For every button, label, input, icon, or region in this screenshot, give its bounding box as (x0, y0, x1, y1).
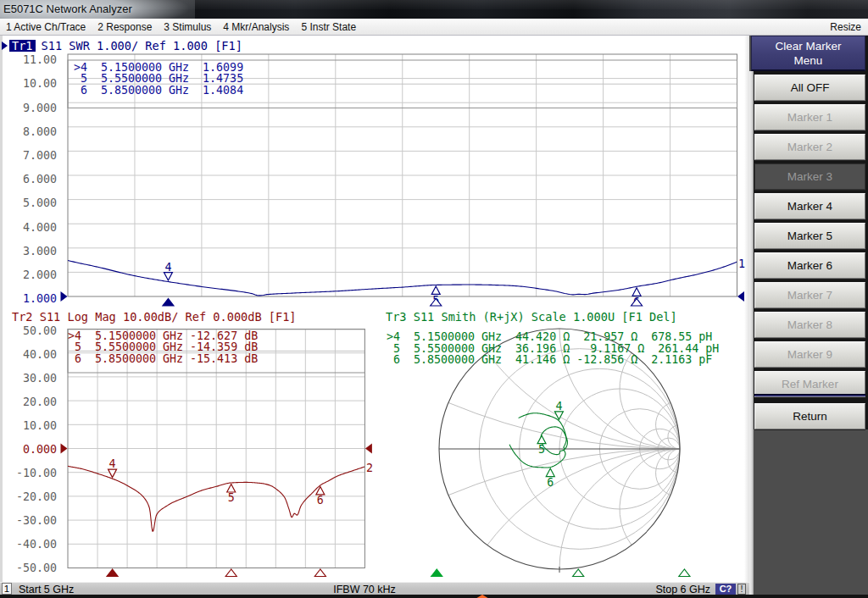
svg-text:20.00: 20.00 (23, 396, 57, 408)
marker-5-label: 5 (538, 443, 545, 456)
softkey-marker-6[interactable]: Marker 6 (754, 252, 865, 279)
softkey-separator (754, 394, 865, 396)
ifbw-label: IFBW 70 kHz (0, 584, 729, 595)
svg-text:2.000: 2.000 (23, 269, 57, 281)
softkey-marker-8[interactable]: Marker 8 (754, 312, 865, 338)
svg-text:1: 1 (738, 257, 745, 270)
trace3-marker-table: >4 5.1500000 GHz 44.420 Ω 21.957 Ω 678.5… (387, 331, 719, 366)
reference-level-triangle-left-icon (61, 444, 68, 454)
softkey-marker-7[interactable]: Marker 7 (754, 282, 865, 308)
marker-6-label: 6 (547, 476, 554, 489)
trace1-header[interactable]: Tr1 S11 SWR 1.000/ Ref 1.000 [F1] (2, 39, 242, 52)
svg-text:8.000: 8.000 (23, 125, 57, 138)
svg-text:0.000: 0.000 (23, 443, 57, 456)
softkey-marker-3[interactable]: Marker 3 (754, 163, 865, 190)
svg-text:-40.00: -40.00 (16, 538, 57, 551)
svg-text:40.00: 40.00 (23, 348, 57, 361)
svg-text:30.00: 30.00 (23, 372, 57, 385)
svg-text:-30.00: -30.00 (16, 514, 57, 527)
svg-text:2: 2 (366, 462, 373, 474)
softkey-marker-1[interactable]: Marker 1 (754, 104, 865, 130)
svg-text:10.00: 10.00 (23, 419, 57, 432)
menu-item-resize[interactable]: Resize (823, 19, 868, 35)
svg-text:3.000: 3.000 (23, 245, 57, 257)
softkey-return[interactable]: Return (754, 403, 865, 429)
reference-level-triangle-left-icon (61, 291, 68, 302)
trace1-marker-table: >4 5.1500000 GHz 1.6099 5 5.5500000 GHz … (74, 62, 243, 97)
svg-text:1.000: 1.000 (23, 292, 57, 305)
status-bar: 1 Start 5 GHz IFBW 70 kHz Stop 6 GHz C? … (0, 582, 749, 595)
svg-text:10.00: 10.00 (23, 77, 57, 90)
softkey-marker-4[interactable]: Marker 4 (754, 193, 865, 219)
softkey-title-line: Clear Marker (752, 39, 865, 53)
reference-level-triangle-right-icon (737, 291, 744, 302)
bottom-edge-strip (0, 595, 868, 598)
svg-text:50.00: 50.00 (23, 324, 57, 337)
softkey-marker-9[interactable]: Marker 9 (754, 341, 865, 368)
softkey-marker-2[interactable]: Marker 2 (754, 134, 865, 160)
svg-text:6.000: 6.000 (23, 173, 57, 185)
marker-stimulus-triangle-icon (107, 569, 118, 577)
marker-5-label: 5 (228, 491, 235, 504)
marker-4-label: 4 (109, 457, 116, 470)
reference-level-triangle-right-icon (365, 444, 372, 454)
svg-text:-10.00: -10.00 (16, 467, 57, 479)
svg-text:9.000: 9.000 (23, 102, 57, 114)
marker-6-label: 6 (317, 494, 324, 507)
svg-text:-20.00: -20.00 (16, 490, 57, 503)
instrument-screen: 11.0010.009.0008.0007.0006.0005.0004.000… (0, 36, 749, 582)
correction-status-badge: C? (715, 584, 736, 595)
softkey-all-off[interactable]: All OFF (754, 75, 865, 101)
svg-text:7.000: 7.000 (23, 149, 57, 162)
trace2-marker-table: >4 5.1500000 GHz -12.627 dB 5 5.5500000 … (68, 330, 258, 365)
marker-stimulus-triangle-icon (431, 569, 442, 577)
orange-pointer-tip (471, 595, 493, 598)
marker-stimulus-triangle-icon (163, 299, 174, 307)
svg-text:-50.00: -50.00 (16, 562, 57, 574)
softkey-title-line: Menu (752, 53, 865, 68)
trace2-header[interactable]: Tr2 S11 Log Mag 10.00dB/ Ref 0.000dB [F1… (12, 310, 297, 324)
marker-stimulus-triangle-icon (225, 569, 236, 577)
alert-badge: ! (737, 584, 746, 595)
application-window: E5071C Network Analyzer 1 Active Ch/Trac… (0, 0, 868, 598)
svg-text:4.000: 4.000 (23, 221, 57, 234)
marker-4-label: 4 (555, 400, 562, 413)
svg-text:5.000: 5.000 (23, 197, 57, 209)
marker-4-triangle-icon[interactable] (164, 273, 172, 281)
marker-4-label: 4 (164, 261, 171, 274)
marker-stimulus-triangle-icon (679, 569, 690, 577)
marker-stimulus-triangle-icon (314, 569, 326, 577)
stimulus-stop-label: Stop 6 GHz (655, 584, 710, 595)
softkey-menu: Clear MarkerMenu All OFFMarker 1Marker 2… (749, 36, 868, 595)
marker-stimulus-triangle-icon (573, 569, 584, 577)
active-trace-arrow-icon (2, 42, 8, 50)
trace3-header[interactable]: Tr3 S11 Smith (R+jX) Scale 1.000U [F1 De… (386, 310, 677, 324)
trace1-badge: Tr1 (9, 40, 36, 52)
marker-4-triangle-icon[interactable] (108, 469, 117, 478)
softkey-menu-title: Clear MarkerMenu (751, 36, 865, 71)
trace3-smith-curve (509, 413, 567, 468)
svg-text:11.00: 11.00 (23, 53, 57, 66)
softkey-marker-5[interactable]: Marker 5 (754, 223, 865, 249)
trace1-header-text: S11 SWR 1.000/ Ref 1.000 [F1] (42, 40, 242, 52)
